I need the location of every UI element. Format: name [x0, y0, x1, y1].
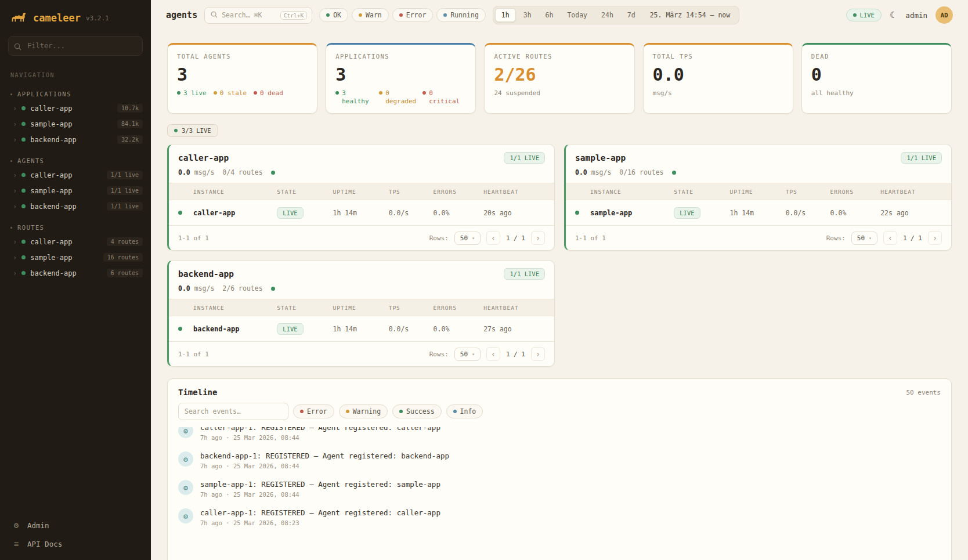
- timeline-filter-error[interactable]: Error: [293, 404, 334, 418]
- prev-page-button[interactable]: ‹: [486, 231, 500, 245]
- stat-cards-row: TOTAL AGENTS 3 3 live 0 stale 0 dead APP…: [167, 43, 952, 114]
- heartbeat-value: 27s ago: [483, 325, 545, 333]
- section-header-agents[interactable]: AGENTS: [0, 154, 151, 167]
- event-timestamp: 7h ago · 25 Mar 2026, 08:44: [200, 463, 449, 469]
- sidebar-item-caller-app[interactable]: › caller-app 4 routes: [0, 234, 151, 250]
- live-count-badge: 1/1 LIVE: [901, 152, 942, 164]
- chevron-right-icon: ›: [13, 172, 17, 179]
- success-dot: [399, 410, 403, 413]
- tps-value: 0.0/s: [389, 325, 434, 333]
- rows-per-page-select[interactable]: 50 ▾: [851, 232, 877, 245]
- chevron-down-icon: ▾: [869, 236, 872, 241]
- filter-chip-running[interactable]: Running: [436, 8, 485, 22]
- next-page-button[interactable]: ›: [531, 231, 545, 245]
- rows-per-page-select[interactable]: 50 ▾: [454, 232, 481, 245]
- filter-chip-error[interactable]: Error: [392, 8, 434, 22]
- timeline-event[interactable]: ⚙ sample-app-1: REGISTERED — Agent regis…: [168, 475, 951, 503]
- sidebar-item-badge: 1/1 live: [107, 171, 143, 179]
- stat-value: 0.0: [653, 66, 783, 84]
- prev-page-button[interactable]: ‹: [486, 347, 500, 361]
- search-shortcut-badge: Ctrl+K: [280, 11, 307, 20]
- docs-icon: ≡: [12, 539, 21, 548]
- status-filter-chips: OK Warn Error Running: [319, 8, 486, 22]
- sidebar-filter-input[interactable]: [8, 36, 143, 56]
- time-range-3h[interactable]: 3h: [517, 8, 538, 22]
- username-label: admin: [905, 11, 927, 20]
- page-title: agents: [166, 10, 197, 20]
- time-range-today[interactable]: Today: [561, 8, 594, 22]
- agent-card-title: sample-app: [575, 153, 626, 162]
- search-input[interactable]: Search… ⌘K Ctrl+K: [204, 7, 312, 24]
- status-dot: [21, 204, 26, 208]
- section-bullet-icon: [10, 227, 12, 229]
- stat-title: TOTAL TPS: [653, 53, 783, 60]
- timeline-event[interactable]: ⚙ caller-app-1: REGISTERED — Agent regis…: [168, 503, 951, 532]
- main-area: agents Search… ⌘K Ctrl+K OK Warn Error: [151, 0, 968, 560]
- stat-detail: 0 degraded: [385, 89, 416, 107]
- sidebar-item-admin[interactable]: ⚙ Admin: [12, 521, 139, 530]
- time-range-24h[interactable]: 24h: [595, 8, 620, 22]
- filter-chip-warn[interactable]: Warn: [352, 8, 389, 22]
- table-header: INSTANCE STATE UPTIME TPS ERRORS HEARTBE…: [566, 183, 951, 200]
- timeline-events-list[interactable]: ⚙ caller-app-1: REGISTERED — Agent regis…: [168, 427, 951, 532]
- event-gear-icon: ⚙: [178, 480, 193, 495]
- table-row[interactable]: sample-app LIVE 1h 14m 0.0/s 0.0% 22s ag…: [566, 200, 951, 225]
- agent-card-title: backend-app: [178, 269, 234, 279]
- section-header-routes[interactable]: ROUTES: [0, 221, 151, 234]
- stat-detail: 0 critical: [429, 89, 459, 107]
- sidebar-item-caller-app[interactable]: › caller-app 10.7k: [0, 100, 151, 116]
- chip-label: OK: [333, 11, 341, 19]
- status-dot: [21, 106, 26, 110]
- event-timestamp: 7h ago · 25 Mar 2026, 08:23: [200, 519, 440, 526]
- time-range-display: 25. März 14:54 — now: [643, 11, 737, 19]
- navigation-label: NAVIGATION: [0, 62, 151, 81]
- stat-value: 3: [335, 66, 466, 84]
- timeline-search-input[interactable]: [178, 403, 288, 420]
- stat-card-total-tps: TOTAL TPS 0.0 msg/s: [643, 43, 793, 114]
- table-row[interactable]: backend-app LIVE 1h 14m 0.0/s 0.0% 27s a…: [169, 316, 554, 341]
- time-range-7d[interactable]: 7d: [621, 8, 642, 22]
- section-header-applications[interactable]: APPLICATIONS: [0, 88, 151, 100]
- sidebar-item-caller-app[interactable]: › caller-app 1/1 live: [0, 167, 151, 183]
- sidebar-item-sample-app[interactable]: › sample-app 84.1k: [0, 116, 151, 132]
- sidebar-item-badge: 10.7k: [117, 104, 143, 113]
- next-page-button[interactable]: ›: [928, 231, 942, 245]
- sidebar-item-label: caller-app: [30, 104, 113, 113]
- filter-chip-ok[interactable]: OK: [319, 8, 348, 22]
- sidebar-item-badge: 16 routes: [103, 253, 143, 262]
- sidebar-item-sample-app[interactable]: › sample-app 16 routes: [0, 250, 151, 265]
- event-title: sample-app-1: REGISTERED — Agent registe…: [200, 480, 440, 489]
- agent-card-sample-app: sample-app 1/1 LIVE 0.0 msg/s 0/16 route…: [564, 144, 952, 251]
- timeline-filter-success[interactable]: Success: [392, 404, 441, 418]
- stat-title: TOTAL AGENTS: [177, 53, 308, 60]
- agent-card-title: caller-app: [178, 153, 229, 162]
- sidebar-item-backend-app[interactable]: › backend-app 1/1 live: [0, 198, 151, 214]
- errors-value: 0.0%: [434, 209, 484, 217]
- sidebar-item-backend-app[interactable]: › backend-app 32.2k: [0, 132, 151, 147]
- sidebar-item-label: sample-app: [30, 254, 99, 262]
- timeline-filter-info[interactable]: Info: [446, 404, 483, 418]
- app-logo[interactable]: cameleer v3.2.1: [0, 0, 151, 32]
- sidebar-item-sample-app[interactable]: › sample-app 1/1 live: [0, 183, 151, 198]
- rows-per-page-select[interactable]: 50 ▾: [454, 348, 481, 361]
- avatar[interactable]: AD: [936, 6, 953, 24]
- table-row[interactable]: caller-app LIVE 1h 14m 0.0/s 0.0% 20s ag…: [169, 200, 554, 225]
- sidebar-item-api-docs[interactable]: ≡ API Docs: [12, 539, 139, 548]
- chevron-right-icon: ›: [13, 121, 17, 128]
- next-page-button[interactable]: ›: [531, 347, 545, 361]
- sidebar-item-backend-app[interactable]: › backend-app 6 routes: [0, 265, 151, 281]
- column-header-state: STATE: [674, 189, 729, 195]
- time-range-6h[interactable]: 6h: [539, 8, 560, 22]
- theme-toggle-moon-icon[interactable]: ☾: [890, 10, 897, 20]
- timeline-filter-warning[interactable]: Warning: [339, 404, 388, 418]
- stat-subtitle: all healthy: [811, 89, 942, 97]
- table-header: INSTANCE STATE UPTIME TPS ERRORS HEARTBE…: [169, 299, 554, 316]
- prev-page-button[interactable]: ‹: [883, 231, 897, 245]
- critical-dot: [422, 91, 426, 95]
- timeline-event[interactable]: ⚙ caller-app-1: REGISTERED — Agent regis…: [168, 427, 951, 446]
- event-title: caller-app-1: REGISTERED — Agent registe…: [200, 427, 440, 432]
- column-header-instance: INSTANCE: [590, 189, 674, 195]
- timeline-event[interactable]: ⚙ backend-app-1: REGISTERED — Agent regi…: [168, 446, 951, 475]
- time-range-1h[interactable]: 1h: [495, 8, 516, 22]
- sidebar-item-label: caller-app: [30, 238, 102, 246]
